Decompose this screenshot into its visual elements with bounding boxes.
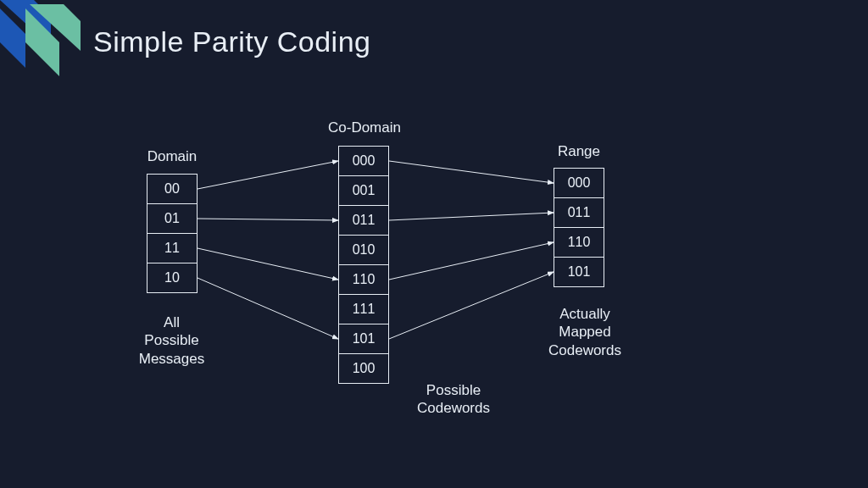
codomain-cell: 110: [338, 264, 389, 295]
codomain-cell: 011: [338, 205, 389, 236]
codomain-cell: 000: [338, 146, 389, 176]
svg-line-4: [198, 161, 338, 189]
range-cell: 000: [554, 168, 604, 198]
codomain-cell: 101: [338, 324, 389, 354]
domain-cell: 10: [147, 263, 198, 293]
range-column: 000011110101: [554, 168, 604, 287]
domain-column: 00011110: [147, 174, 198, 293]
codomain-heading: Co-Domain: [322, 119, 407, 136]
codomain-cell: 001: [338, 175, 389, 206]
svg-line-11: [389, 272, 554, 339]
domain-cell: 11: [147, 233, 198, 263]
codomain-column: 000001011010110111101100: [338, 146, 389, 384]
svg-marker-1: [30, 4, 81, 51]
svg-line-10: [389, 242, 554, 280]
svg-line-6: [198, 248, 338, 280]
domain-cell: 01: [147, 203, 198, 234]
domain-caption: All Possible Messages: [127, 313, 216, 368]
page-title: Simple Parity Coding: [93, 25, 370, 58]
range-cell: 101: [554, 257, 604, 287]
codomain-cell: 111: [338, 294, 389, 324]
range-cell: 011: [554, 197, 604, 228]
svg-marker-0: [0, 0, 51, 47]
codomain-caption: Possible Codewords: [403, 381, 504, 418]
svg-marker-3: [25, 8, 59, 76]
domain-cell: 00: [147, 174, 198, 204]
svg-marker-2: [0, 8, 25, 68]
range-caption: Actually Mapped Codewords: [530, 305, 640, 359]
svg-line-7: [198, 278, 338, 339]
codomain-cell: 100: [338, 353, 389, 384]
range-heading: Range: [545, 142, 613, 160]
svg-line-8: [389, 161, 554, 183]
domain-heading: Domain: [136, 147, 209, 165]
range-cell: 110: [554, 227, 604, 258]
svg-line-5: [198, 219, 338, 220]
svg-line-9: [389, 213, 554, 220]
codomain-cell: 010: [338, 235, 389, 265]
